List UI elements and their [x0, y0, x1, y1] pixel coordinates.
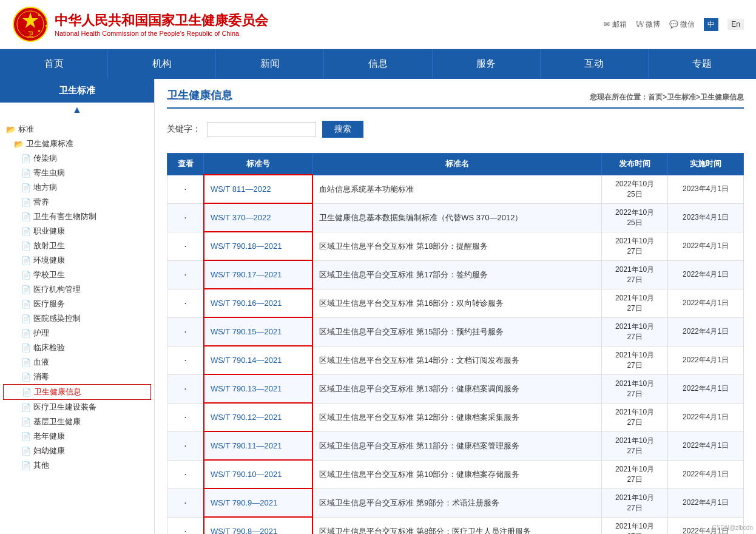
tree-item-label: 医院感染控制 — [33, 313, 81, 324]
row-dot: · — [167, 374, 204, 403]
sidebar-item-基层卫生健康[interactable]: 📄基层卫生健康 — [3, 414, 151, 429]
table-row: ·WS/T 370—2022卫生健康信息基本数据集编制标准（代替WS 370—2… — [167, 203, 744, 232]
row-standard-name[interactable]: 血站信息系统基本功能标准 — [312, 175, 601, 203]
row-standard-name[interactable]: 区域卫生信息平台交互标准 第15部分：预约挂号服务 — [312, 317, 601, 346]
weibo-link[interactable]: 𝕎 微博 — [636, 19, 660, 30]
file-icon: 📄 — [21, 183, 31, 192]
file-icon: 📄 — [21, 271, 31, 280]
tree-item-label: 医疗服务 — [33, 299, 65, 309]
nav-news[interactable]: 新闻 — [216, 49, 324, 79]
table-row: ·WS/T 790.13—2021区域卫生信息平台交互标准 第13部分：健康档案… — [167, 374, 744, 403]
sidebar-item-寄生虫病[interactable]: 📄寄生虫病 — [3, 166, 151, 180]
row-dot: · — [167, 488, 204, 517]
file-icon: 📄 — [21, 461, 31, 470]
nav-service[interactable]: 服务 — [433, 49, 541, 79]
row-standard-name[interactable]: 区域卫生信息平台交互标准 第18部分：提醒服务 — [312, 232, 601, 260]
sidebar-item-放射卫生[interactable]: 📄放射卫生 — [3, 238, 151, 253]
file-icon: 📄 — [21, 256, 31, 265]
row-standard-num[interactable]: WS/T 790.15—2021 — [204, 317, 312, 346]
nav-interact[interactable]: 互动 — [541, 49, 649, 79]
sidebar-item-职业健康[interactable]: 📄职业健康 — [3, 224, 151, 238]
file-icon: 📄 — [21, 154, 31, 163]
sidebar-item-卫生有害生物防制[interactable]: 📄卫生有害生物防制 — [3, 209, 151, 224]
logo-text: 中华人民共和国国家卫生健康委员会 National Health Commiss… — [55, 12, 268, 37]
row-publish-date: 2022年10月 25日 — [601, 203, 667, 232]
sidebar-item-卫生健康信息[interactable]: 📄卫生健康信息 — [3, 384, 151, 400]
row-standard-name[interactable]: 区域卫生信息平台交互标准 第14部分：文档订阅发布服务 — [312, 346, 601, 374]
row-standard-name[interactable]: 区域卫生信息平台交互标准 第9部分：术语注册服务 — [312, 488, 601, 517]
row-standard-num[interactable]: WS/T 790.16—2021 — [204, 289, 312, 317]
sidebar-item-老年健康[interactable]: 📄老年健康 — [3, 429, 151, 444]
row-standard-num[interactable]: WS/T 790.12—2021 — [204, 403, 312, 431]
row-standard-name[interactable]: 区域卫生信息平台交互标准 第11部分：健康档案管理服务 — [312, 431, 601, 460]
scroll-up-arrow[interactable]: ▲ — [0, 103, 154, 117]
row-implement-date: 2022年4月1日 — [668, 346, 744, 374]
row-standard-name[interactable]: 卫生健康信息基本数据集编制标准（代替WS 370—2012） — [312, 203, 601, 232]
wechat-link[interactable]: 💬 微信 — [669, 19, 695, 30]
search-bar: 关键字： 搜索 — [167, 115, 744, 144]
row-standard-num[interactable]: WS/T 790.10—2021 — [204, 460, 312, 488]
file-icon: 📄 — [21, 198, 31, 207]
sidebar-item-医疗机构管理[interactable]: 📄医疗机构管理 — [3, 282, 151, 297]
sidebar-item-血液[interactable]: 📄血液 — [3, 355, 151, 370]
sidebar-item-医疗卫生建设装备[interactable]: 📄医疗卫生建设装备 — [3, 400, 151, 414]
nav-topic[interactable]: 专题 — [649, 49, 756, 79]
sidebar-item-其他[interactable]: 📄其他 — [3, 458, 151, 473]
search-button[interactable]: 搜索 — [322, 121, 363, 138]
file-icon: 📄 — [21, 432, 31, 441]
lang-zh-button[interactable]: 中 — [704, 18, 718, 31]
sidebar-item-标准[interactable]: 📂标准 — [3, 122, 151, 137]
nav-institution[interactable]: 机构 — [108, 49, 216, 79]
tree-item-label: 卫生健康标准 — [26, 138, 73, 149]
site-subtitle: National Health Commission of the People… — [55, 30, 268, 37]
row-standard-num[interactable]: WS/T 790.13—2021 — [204, 374, 312, 403]
row-dot: · — [167, 203, 204, 232]
table-row: ·WS/T 790.10—2021区域卫生信息平台交互标准 第10部分：健康档案… — [167, 460, 744, 488]
sidebar-item-卫生健康标准[interactable]: 📂卫生健康标准 — [3, 137, 151, 151]
nav-home[interactable]: 首页 — [0, 49, 108, 79]
search-input[interactable] — [207, 122, 316, 137]
row-standard-num[interactable]: WS/T 790.18—2021 — [204, 232, 312, 260]
row-standard-num[interactable]: WS/T 370—2022 — [204, 203, 312, 232]
row-publish-date: 2021年10月 27日 — [601, 232, 667, 260]
logo-area: 卫 中华人民共和国国家卫生健康委员会 National Health Commi… — [12, 6, 268, 42]
row-standard-name[interactable]: 区域卫生信息平台交互标准 第17部分：签约服务 — [312, 260, 601, 289]
row-standard-num[interactable]: WS/T 790.9—2021 — [204, 488, 312, 517]
sidebar-item-学校卫生[interactable]: 📄学校卫生 — [3, 268, 151, 282]
row-standard-name[interactable]: 区域卫生信息平台交互标准 第12部分：健康档案采集服务 — [312, 403, 601, 431]
sidebar-item-医疗服务[interactable]: 📄医疗服务 — [3, 297, 151, 311]
row-standard-name[interactable]: 区域卫生信息平台交互标准 第13部分：健康档案调阅服务 — [312, 374, 601, 403]
header-tools: ✉ 邮箱 𝕎 微博 💬 微信 中 En — [604, 18, 744, 31]
sidebar-item-医院感染控制[interactable]: 📄医院感染控制 — [3, 311, 151, 326]
email-link[interactable]: ✉ 邮箱 — [604, 19, 626, 30]
tree-item-label: 卫生健康信息 — [34, 387, 81, 397]
row-publish-date: 2021年10月 27日 — [601, 289, 667, 317]
row-publish-date: 2021年10月 27日 — [601, 374, 667, 403]
row-standard-num[interactable]: WS/T 790.11—2021 — [204, 431, 312, 460]
sidebar-item-环境健康[interactable]: 📄环境健康 — [3, 253, 151, 268]
table-row: ·WS/T 790.16—2021区域卫生信息平台交互标准 第16部分：双向转诊… — [167, 289, 744, 317]
sidebar-item-护理[interactable]: 📄护理 — [3, 326, 151, 340]
row-standard-num[interactable]: WS/T 790.17—2021 — [204, 260, 312, 289]
standards-table: 查看标准号标准名发布时间实施时间 ·WS/T 811—2022血站信息系统基本功… — [167, 153, 744, 534]
row-standard-name[interactable]: 区域卫生信息平台交互标准 第16部分：双向转诊服务 — [312, 289, 601, 317]
sidebar-item-临床检验[interactable]: 📄临床检验 — [3, 340, 151, 355]
row-standard-name[interactable]: 区域卫生信息平台交互标准 第10部分：健康档案存储服务 — [312, 460, 601, 488]
sidebar-title: 卫生标准 — [0, 79, 154, 103]
svg-text:卫: 卫 — [27, 31, 34, 38]
row-standard-num[interactable]: WS/T 811—2022 — [204, 175, 312, 203]
row-standard-name[interactable]: 区域卫生信息平台交互标准 第8部分：医疗卫生人员注册服务 — [312, 517, 601, 534]
row-dot: · — [167, 289, 204, 317]
sidebar-item-消毒[interactable]: 📄消毒 — [3, 370, 151, 384]
nav-info[interactable]: 信息 — [324, 49, 432, 79]
file-icon: 📄 — [22, 388, 32, 397]
sidebar-item-妇幼健康[interactable]: 📄妇幼健康 — [3, 444, 151, 458]
row-standard-num[interactable]: WS/T 790.14—2021 — [204, 346, 312, 374]
row-standard-num[interactable]: WS/T 790.8—2021 — [204, 517, 312, 534]
sidebar-item-营养[interactable]: 📄营养 — [3, 195, 151, 209]
sidebar-item-传染病[interactable]: 📄传染病 — [3, 151, 151, 166]
table-row: ·WS/T 790.14—2021区域卫生信息平台交互标准 第14部分：文档订阅… — [167, 346, 744, 374]
lang-en-button[interactable]: En — [727, 19, 744, 30]
sidebar-item-地方病[interactable]: 📄地方病 — [3, 180, 151, 195]
table-row: ·WS/T 790.18—2021区域卫生信息平台交互标准 第18部分：提醒服务… — [167, 232, 744, 260]
